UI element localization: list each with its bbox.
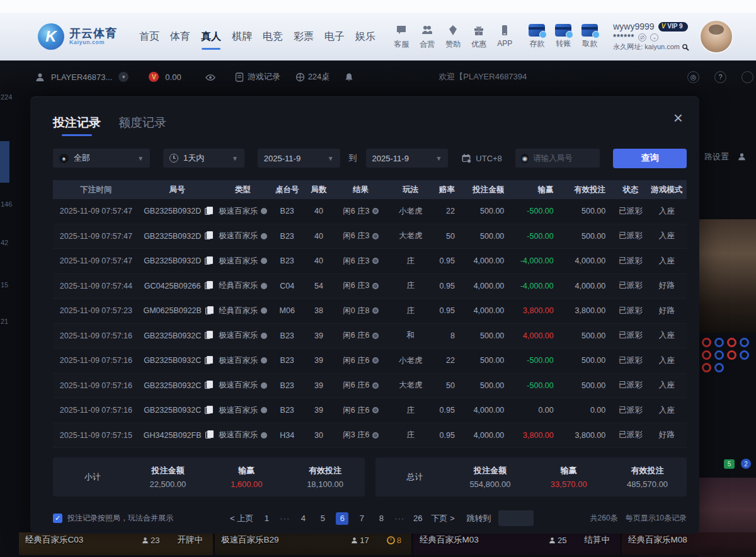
nav-item-chess[interactable]: 棋牌 — [231, 26, 253, 47]
table-row: 2025-11-09 07:57:47GB2325B0932D极速百家乐B234… — [53, 224, 687, 250]
per-page-info: 每页显示10条记录 — [626, 513, 687, 524]
sponsor-button[interactable]: 赞助 — [445, 23, 461, 50]
column-header: 下注时间 — [53, 185, 139, 195]
copy-icon[interactable] — [205, 233, 210, 239]
copy-icon[interactable] — [205, 357, 210, 364]
date-to-select[interactable]: 2025-11-9 ▼ — [366, 149, 449, 168]
copy-icon[interactable] — [205, 332, 210, 339]
copy-icon[interactable] — [205, 208, 210, 215]
result-detail-icon[interactable] — [372, 333, 379, 339]
result-detail-icon[interactable] — [372, 307, 379, 314]
copy-icon[interactable] — [205, 407, 210, 414]
gift-icon — [472, 23, 486, 37]
nav-item-sports[interactable]: 体育 — [169, 26, 191, 47]
column-header: 状态 — [614, 185, 646, 195]
road-settings-label[interactable]: 路设置 — [704, 151, 729, 163]
logo-icon: K — [38, 23, 64, 50]
result-detail-icon[interactable] — [372, 382, 379, 389]
site-logo[interactable]: K 开云体育 Kaiyun.com — [38, 23, 117, 50]
baccarat-roadmap — [698, 338, 756, 372]
subtotal-panel: 小计 投注金额22,500.00 输赢1,600.00 有效投注18,100.0… — [53, 457, 365, 497]
help-circle-icon[interactable]: ? — [714, 71, 726, 83]
partners-button[interactable]: 合营 — [420, 23, 435, 50]
roadmap-ring — [727, 350, 736, 360]
nav-item-entertainment[interactable]: 娱乐 — [355, 26, 376, 47]
result-detail-icon[interactable] — [372, 233, 379, 239]
table-count[interactable]: 224桌 — [295, 71, 330, 83]
document-icon — [235, 72, 244, 82]
roadmap-ring — [714, 338, 724, 347]
tab-bet-records[interactable]: 投注记录 — [53, 115, 101, 136]
round-input[interactable] — [533, 154, 594, 163]
time-range-select[interactable]: 1天内 ▼ — [163, 149, 244, 168]
date-from-select[interactable]: 2025-11-9 ▼ — [258, 149, 340, 168]
nav-item-home[interactable]: 首页 — [139, 26, 160, 47]
player-chevron-icon[interactable]: ▾ — [118, 72, 129, 82]
live-dealer-video[interactable] — [698, 219, 756, 333]
nav-item-lottery[interactable]: 彩票 — [293, 26, 314, 47]
nav-item-slots[interactable]: 电子 — [324, 26, 345, 47]
live-tables-strip: 经典百家乐C0323开牌中极速百家乐B29178经典百家乐M0325结算中经典百… — [0, 532, 756, 555]
eye-off-icon[interactable] — [638, 33, 646, 42]
copy-icon[interactable] — [205, 382, 210, 389]
user-avatar[interactable] — [699, 20, 733, 54]
eye-icon[interactable] — [205, 72, 215, 82]
live-table-tile[interactable]: 极速百家乐B29178 — [215, 532, 411, 555]
page-button-5[interactable]: 5 — [316, 512, 329, 525]
app-button[interactable]: APP — [497, 23, 512, 50]
chevron-down-icon[interactable]: ⌄ — [650, 33, 658, 42]
nav-item-live[interactable]: 真人 — [200, 26, 222, 47]
merge-checkbox[interactable]: ✓ — [53, 514, 62, 523]
bell-icon[interactable] — [345, 72, 354, 82]
player-count: 23 — [142, 536, 159, 545]
query-button[interactable]: 查询 — [613, 149, 687, 168]
live-table-tile[interactable]: 经典百家乐M08 — [622, 532, 756, 555]
vip-crown-icon: V — [662, 23, 666, 31]
magnifier-icon[interactable] — [682, 43, 689, 51]
page-button-7[interactable]: 7 — [355, 512, 368, 525]
close-icon[interactable]: × — [673, 110, 683, 126]
result-detail-icon[interactable] — [372, 208, 379, 214]
table-row: 2025-11-09 07:57:16GB2325B0932C极速百家乐B233… — [53, 398, 687, 423]
customer-service-button[interactable]: 客服 — [394, 23, 409, 50]
live-table-tile[interactable]: 经典百家乐C0323开牌中 — [19, 532, 213, 555]
result-detail-icon[interactable] — [372, 258, 379, 264]
search-circle-icon[interactable]: ◎ — [687, 71, 699, 83]
transfer-button[interactable]: 转账 — [555, 24, 571, 49]
timezone-display: UTC+8 — [461, 153, 502, 163]
live-table-tile[interactable]: 经典百家乐M0325结算中 — [413, 532, 620, 555]
result-detail-icon[interactable] — [372, 432, 379, 439]
deposit-card-icon — [529, 24, 545, 37]
result-detail-icon[interactable] — [372, 407, 379, 413]
copy-icon[interactable] — [205, 282, 210, 289]
game-type-dot-icon — [261, 357, 267, 364]
copy-icon[interactable] — [205, 307, 211, 314]
withdraw-button[interactable]: 取款 — [581, 24, 598, 49]
promo-button[interactable]: 优惠 — [471, 23, 486, 50]
page-button-6[interactable]: 6 — [336, 512, 348, 525]
page-button-8[interactable]: 8 — [375, 512, 387, 525]
game-type-dot-icon — [261, 307, 267, 314]
page-button-4[interactable]: 4 — [297, 512, 309, 525]
nav-item-esports[interactable]: 电竞 — [262, 26, 284, 47]
copy-icon[interactable] — [205, 432, 211, 439]
more-circle-icon[interactable] — [742, 71, 753, 83]
jump-page-input[interactable] — [498, 510, 534, 526]
dealer-person-icon — [738, 152, 747, 162]
copy-icon[interactable] — [205, 258, 210, 265]
next-page-button[interactable]: 下页 > — [431, 513, 454, 524]
result-detail-icon[interactable] — [372, 283, 379, 289]
column-header: 游戏模式 — [647, 185, 687, 195]
game-record-link[interactable]: 游戏记录 — [235, 71, 280, 83]
category-select[interactable]: ♠ 全部 ▼ — [53, 149, 150, 168]
page-button-1[interactable]: 1 — [260, 512, 273, 525]
result-detail-icon[interactable] — [372, 357, 379, 364]
background-left-rail: 224 146 42 15 21 — [0, 93, 29, 557]
prev-page-button[interactable]: < 上页 — [230, 513, 253, 524]
table-name: 经典百家乐M03 — [420, 534, 479, 546]
roadmap-ring — [727, 338, 736, 347]
deposit-button[interactable]: 存款 — [529, 24, 545, 49]
page-button-26[interactable]: 26 — [411, 512, 424, 525]
roadmap-ring — [702, 363, 711, 372]
tab-quota-records[interactable]: 额度记录 — [118, 115, 166, 136]
